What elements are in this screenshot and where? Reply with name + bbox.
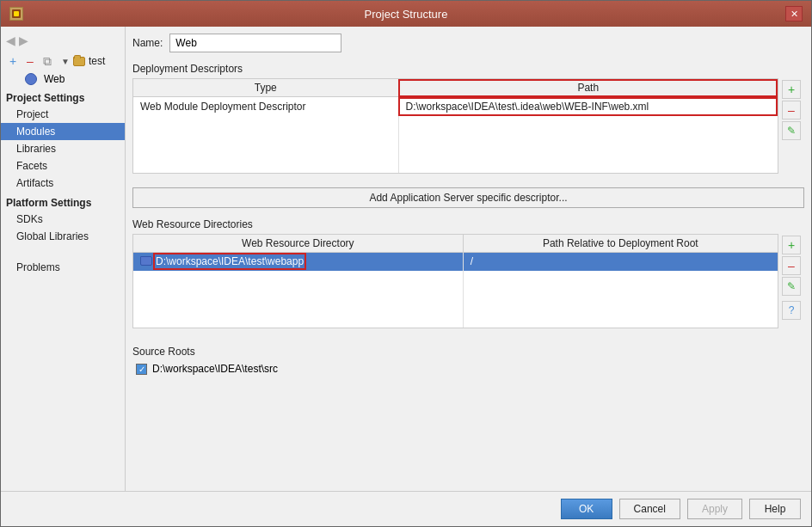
right-panel: Name: Deployment Descriptors Type Path — [126, 27, 811, 491]
sidebar-item-label-global-libraries: Global Libraries — [16, 230, 89, 242]
add-deployment-button[interactable]: + — [782, 80, 801, 99]
sidebar-item-libraries[interactable]: Libraries — [1, 140, 125, 157]
tree-project-label: test — [89, 55, 105, 67]
deployment-path-cell: D:\workspace\IDEA\test\.idea\web\WEB-INF… — [398, 97, 778, 116]
sidebar-item-artifacts[interactable]: Artifacts — [1, 175, 125, 192]
cancel-button[interactable]: Cancel — [619, 499, 680, 519]
sidebar: ◀ ▶ + – ⧉ ▼ test Web Project Settings — [1, 27, 126, 491]
sidebar-item-label-project: Project — [16, 108, 48, 120]
remove-web-dir-button[interactable]: – — [782, 256, 801, 275]
tree-folder-icon — [73, 57, 85, 66]
source-root-path-0: D:\workspace\IDEA\test\src — [152, 363, 278, 375]
sidebar-item-label-artifacts: Artifacts — [16, 177, 53, 189]
sidebar-item-project[interactable]: Project — [1, 106, 125, 123]
web-module-icon — [25, 73, 37, 85]
name-label: Name: — [132, 37, 163, 49]
name-row: Name: — [132, 34, 804, 52]
add-web-dir-button[interactable]: + — [782, 236, 801, 254]
close-button[interactable]: ✕ — [785, 6, 803, 21]
source-root-checkbox-0[interactable]: ✓ — [136, 364, 147, 375]
col-path-relative-header: Path Relative to Deployment Root — [463, 235, 778, 253]
sidebar-item-problems[interactable]: Problems — [1, 259, 125, 276]
sidebar-item-label-modules: Modules — [16, 126, 55, 138]
title-bar: Project Structure ✕ — [1, 1, 811, 27]
help-web-dir-button[interactable]: ? — [782, 301, 801, 320]
sidebar-item-label-facets: Facets — [16, 160, 47, 172]
deployment-descriptors-table-wrapper: Type Path Web Module Deployment Descript… — [132, 78, 778, 181]
bottom-bar: OK Cancel Apply Help — [1, 491, 811, 526]
web-resource-header-row: Web Resource Directory Path Relative to … — [133, 235, 778, 253]
sidebar-item-label-libraries: Libraries — [16, 143, 56, 155]
dialog-title: Project Structure — [27, 8, 785, 21]
add-descriptor-button[interactable]: Add Application Server specific descript… — [132, 187, 804, 208]
sidebar-item-label-sdks: SDKs — [16, 213, 43, 225]
col-type-header: Type — [133, 79, 398, 97]
web-resource-dirs-table: Web Resource Directory Path Relative to … — [133, 235, 778, 328]
svg-rect-1 — [14, 11, 19, 16]
deployment-descriptor-row-0[interactable]: Web Module Deployment Descriptor D:\work… — [133, 97, 778, 116]
deployment-descriptors-section: Type Path Web Module Deployment Descript… — [132, 78, 804, 181]
help-button[interactable]: Help — [749, 499, 801, 519]
title-bar-left — [9, 7, 27, 21]
deployment-descriptors-table-container: Type Path Web Module Deployment Descript… — [132, 78, 778, 174]
web-resource-dirs-table-container: Web Resource Directory Path Relative to … — [132, 234, 778, 329]
tree-module-label: Web — [44, 73, 65, 85]
apply-button[interactable]: Apply — [687, 499, 742, 519]
sidebar-item-label-problems: Problems — [16, 261, 60, 273]
nav-arrows: ◀ ▶ — [1, 30, 125, 51]
name-input[interactable] — [169, 34, 341, 52]
deployment-descriptors-title: Deployment Descriptors — [132, 63, 804, 75]
main-content: ◀ ▶ + – ⧉ ▼ test Web Project Settings — [1, 27, 811, 491]
source-roots-section: Source Roots ✓ D:\workspace\IDEA\test\sr… — [132, 346, 804, 377]
web-dir-folder-icon — [140, 256, 152, 266]
sidebar-item-global-libraries[interactable]: Global Libraries — [1, 228, 125, 245]
project-structure-dialog: Project Structure ✕ ◀ ▶ + – ⧉ ▼ test — [0, 0, 812, 527]
web-resource-dirs-section: Web Resource Directory Path Relative to … — [132, 234, 804, 336]
web-resource-actions: + – ✎ ? — [778, 234, 804, 336]
web-dir-path: D:\workspace\IDEA\test\webapp — [156, 255, 304, 267]
source-roots-title: Source Roots — [132, 346, 804, 358]
web-resource-dirs-table-wrapper: Web Resource Directory Path Relative to … — [132, 234, 778, 336]
platform-settings-header: Platform Settings — [1, 192, 125, 211]
deployment-actions: + – ✎ — [778, 78, 804, 181]
web-dir-cell: D:\workspace\IDEA\test\webapp — [133, 252, 463, 271]
remove-deployment-button[interactable]: – — [782, 101, 801, 119]
sidebar-item-facets[interactable]: Facets — [1, 157, 125, 175]
web-resource-dirs-title: Web Resource Directories — [132, 218, 804, 230]
web-resource-row-0[interactable]: D:\workspace\IDEA\test\webapp / — [133, 252, 778, 271]
tree-expand-arrow[interactable]: ▼ — [61, 57, 70, 66]
edit-web-dir-button[interactable]: ✎ — [782, 277, 801, 296]
deployment-type-cell: Web Module Deployment Descriptor — [133, 97, 398, 116]
copy-module-button[interactable]: ⧉ — [40, 54, 54, 68]
remove-module-button[interactable]: – — [23, 54, 37, 68]
sidebar-item-sdks[interactable]: SDKs — [1, 211, 125, 228]
edit-deployment-button[interactable]: ✎ — [782, 121, 801, 140]
forward-arrow[interactable]: ▶ — [19, 34, 28, 47]
tree-module-web[interactable]: Web — [1, 71, 125, 87]
app-icon — [9, 7, 23, 21]
sidebar-toolbar: + – ⧉ ▼ test — [1, 51, 125, 71]
back-arrow[interactable]: ◀ — [6, 34, 15, 47]
deployment-descriptors-table: Type Path Web Module Deployment Descript… — [133, 79, 778, 173]
source-root-item-0: ✓ D:\workspace\IDEA\test\src — [132, 361, 804, 377]
web-relative-path-cell: / — [463, 252, 778, 271]
sidebar-item-modules[interactable]: Modules — [1, 123, 125, 140]
project-settings-header: Project Settings — [1, 87, 125, 106]
col-web-dir-header: Web Resource Directory — [133, 235, 463, 253]
col-path-header: Path — [398, 79, 778, 97]
deployment-descriptors-header-row: Type Path — [133, 79, 778, 97]
add-module-button[interactable]: + — [6, 54, 20, 68]
ok-button[interactable]: OK — [561, 499, 612, 519]
